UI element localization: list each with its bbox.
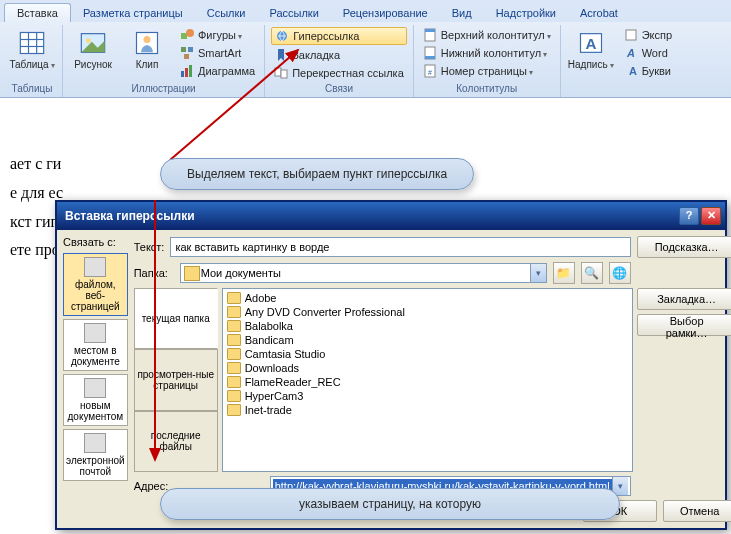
smartart-icon — [180, 46, 194, 60]
group-text-label — [567, 92, 675, 97]
chart-label: Диаграмма — [198, 65, 255, 77]
close-button[interactable]: ✕ — [701, 207, 721, 225]
folder-icon — [227, 362, 241, 374]
footer-button[interactable]: Нижний колонтитул — [420, 45, 554, 61]
file-name: HyperCam3 — [245, 390, 304, 402]
frame-button[interactable]: Выбор рамки… — [637, 314, 731, 336]
dialog-title: Вставка гиперссылки — [61, 209, 679, 223]
link-opt-email[interactable]: электронной почтой — [63, 429, 128, 481]
cancel-button[interactable]: Отмена — [663, 500, 731, 522]
link-opt-label: новым документом — [66, 400, 125, 422]
list-item[interactable]: Downloads — [225, 361, 630, 375]
crossref-icon — [274, 66, 288, 80]
help-button[interactable]: ? — [679, 207, 699, 225]
list-item[interactable]: Inet-trade — [225, 403, 630, 417]
sub-tab-recent[interactable]: последние файлы — [134, 411, 218, 472]
list-item[interactable]: Bandicam — [225, 333, 630, 347]
smartart-button[interactable]: SmartArt — [177, 45, 258, 61]
tab-references[interactable]: Ссылки — [195, 4, 258, 22]
tab-acrobat[interactable]: Acrobat — [568, 4, 630, 22]
svg-rect-12 — [181, 47, 186, 52]
link-opt-label: электронной почтой — [66, 455, 125, 477]
link-opt-label: файлом, веб-страницей — [66, 279, 125, 312]
email-icon — [84, 433, 106, 453]
folder-icon — [227, 320, 241, 332]
shapes-button[interactable]: Фигуры — [177, 27, 258, 43]
sub-tab-browsed[interactable]: просмотрен-ные страницы — [134, 349, 218, 410]
hyperlink-button[interactable]: Гиперссылка — [271, 27, 407, 45]
group-illustrations-label: Иллюстрации — [69, 81, 258, 97]
ribbon: Вставка Разметка страницы Ссылки Рассылк… — [0, 0, 731, 98]
table-button[interactable]: Таблица — [8, 27, 56, 81]
group-tables: Таблица Таблицы — [2, 25, 63, 97]
tab-insert[interactable]: Вставка — [4, 3, 71, 22]
list-item[interactable]: Any DVD Converter Professional — [225, 305, 630, 319]
list-item[interactable]: Camtasia Studio — [225, 347, 630, 361]
tab-layout[interactable]: Разметка страницы — [71, 4, 195, 22]
pagenum-button[interactable]: #Номер страницы — [420, 63, 554, 79]
header-icon — [423, 28, 437, 42]
bookmark-dialog-button[interactable]: Закладка… — [637, 288, 731, 310]
tab-mailings[interactable]: Рассылки — [257, 4, 330, 22]
group-tables-label: Таблицы — [8, 81, 56, 97]
file-name: FlameReader_REC — [245, 376, 341, 388]
link-opt-file[interactable]: файлом, веб-страницей — [63, 253, 128, 316]
folder-icon — [227, 306, 241, 318]
header-label: Верхний колонтитул — [441, 29, 551, 41]
tooltip-button[interactable]: Подсказка… — [637, 236, 731, 258]
group-illustrations: Рисунок Клип Фигуры SmartArt Диаграмма И… — [63, 25, 265, 97]
link-opt-place[interactable]: местом в документе — [63, 319, 128, 371]
link-to-label: Связать с: — [63, 236, 128, 248]
browse-icon: 🌐 — [612, 266, 627, 280]
svg-text:A: A — [585, 35, 596, 52]
svg-rect-0 — [20, 33, 43, 54]
tab-view[interactable]: Вид — [440, 4, 484, 22]
footer-label: Нижний колонтитул — [441, 47, 547, 59]
svg-rect-29 — [626, 30, 636, 40]
chart-button[interactable]: Диаграмма — [177, 63, 258, 79]
header-button[interactable]: Верхний колонтитул — [420, 27, 554, 43]
callout-bottom: указываем страницу, на которую — [160, 488, 620, 520]
text-label: Текст: — [134, 241, 165, 253]
file-name: Balabolka — [245, 320, 293, 332]
chart-icon — [180, 64, 194, 78]
wordart-button[interactable]: AWord — [621, 45, 675, 61]
file-list[interactable]: Adobe Any DVD Converter Professional Bal… — [222, 288, 633, 472]
file-name: Any DVD Converter Professional — [245, 306, 405, 318]
crossref-button[interactable]: Перекрестная ссылка — [271, 65, 407, 81]
ribbon-tabs: Вставка Разметка страницы Ссылки Рассылк… — [0, 0, 731, 22]
svg-rect-15 — [181, 71, 184, 77]
footer-icon — [423, 46, 437, 60]
tab-review[interactable]: Рецензирование — [331, 4, 440, 22]
up-folder-icon: 📁 — [556, 266, 571, 280]
up-folder-button[interactable]: 📁 — [553, 262, 575, 284]
clip-label: Клип — [136, 59, 159, 70]
chevron-down-icon: ▾ — [530, 264, 546, 282]
dialog-titlebar[interactable]: Вставка гиперссылки ? ✕ — [57, 202, 725, 230]
bookmark-button[interactable]: Закладка — [271, 47, 407, 63]
smartart-label: SmartArt — [198, 47, 241, 59]
tab-addins[interactable]: Надстройки — [484, 4, 568, 22]
picture-button[interactable]: Рисунок — [69, 27, 117, 81]
group-links-label: Связи — [271, 81, 407, 97]
list-item[interactable]: FlameReader_REC — [225, 375, 630, 389]
svg-rect-20 — [281, 70, 287, 78]
list-item[interactable]: Balabolka — [225, 319, 630, 333]
textbox-button[interactable]: A Надпись — [567, 27, 615, 92]
search-icon: 🔍 — [584, 266, 599, 280]
list-item[interactable]: HyperCam3 — [225, 389, 630, 403]
file-name: Adobe — [245, 292, 277, 304]
shapes-label: Фигуры — [198, 29, 242, 41]
express-button[interactable]: Экспр — [621, 27, 675, 43]
dropcap-button[interactable]: AБукви — [621, 63, 675, 79]
folder-combo[interactable]: Мои документы▾ — [180, 263, 547, 283]
shapes-icon — [180, 28, 194, 42]
text-input[interactable] — [170, 237, 630, 257]
list-item[interactable]: Adobe — [225, 291, 630, 305]
link-opt-newdoc[interactable]: новым документом — [63, 374, 128, 426]
svg-rect-14 — [184, 54, 189, 59]
clip-button[interactable]: Клип — [123, 27, 171, 81]
browse-file-button[interactable]: 🌐 — [609, 262, 631, 284]
browse-web-button[interactable]: 🔍 — [581, 262, 603, 284]
sub-tab-current[interactable]: текущая папка — [134, 288, 218, 349]
